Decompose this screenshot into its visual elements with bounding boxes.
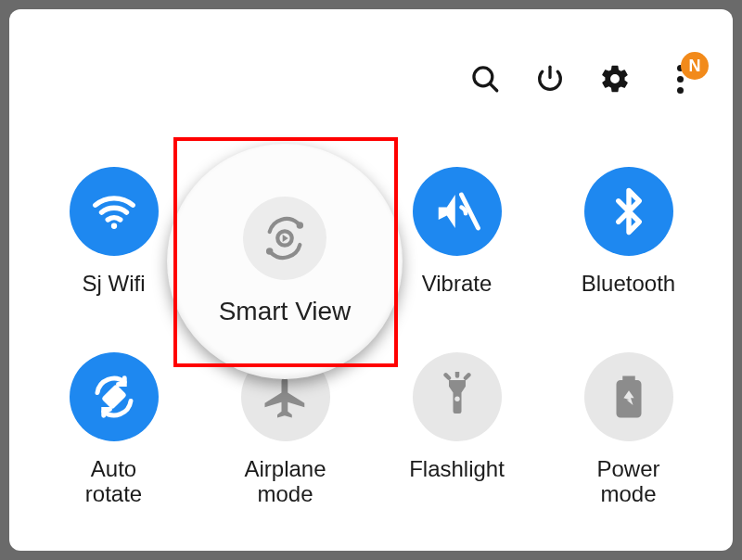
power-icon[interactable] bbox=[534, 63, 566, 95]
zoom-lens-label: Smart View bbox=[219, 297, 352, 326]
quick-settings-panel: N Sj Wifi Smart View Vibrate bbox=[9, 9, 733, 551]
notification-badge: N bbox=[681, 52, 709, 80]
tile-label: Sj Wifi bbox=[83, 271, 146, 297]
svg-rect-3 bbox=[100, 384, 126, 410]
tile-power-mode: Power mode bbox=[543, 352, 714, 507]
tile-label: Airplane mode bbox=[244, 456, 326, 507]
more-menu[interactable]: N bbox=[664, 63, 696, 95]
power-mode-toggle[interactable] bbox=[584, 352, 673, 441]
svg-point-4 bbox=[454, 396, 459, 401]
tile-flashlight: Flashlight bbox=[371, 352, 543, 507]
auto-rotate-toggle[interactable] bbox=[70, 352, 159, 441]
svg-line-1 bbox=[490, 83, 497, 91]
search-icon[interactable] bbox=[469, 63, 501, 95]
svg-point-5 bbox=[297, 222, 303, 228]
bluetooth-toggle[interactable] bbox=[584, 167, 673, 256]
tile-label: Auto rotate bbox=[85, 456, 142, 507]
toolbar: N bbox=[469, 63, 696, 95]
smart-view-icon[interactable] bbox=[243, 197, 326, 280]
tile-bluetooth: Bluetooth bbox=[543, 167, 714, 297]
svg-point-2 bbox=[110, 223, 116, 229]
flashlight-toggle[interactable] bbox=[413, 352, 502, 441]
svg-point-6 bbox=[266, 248, 273, 254]
wifi-toggle[interactable] bbox=[70, 167, 159, 256]
tile-auto-rotate: Auto rotate bbox=[28, 352, 199, 507]
tile-label: Bluetooth bbox=[582, 271, 675, 297]
zoom-lens-smart-view: Smart View bbox=[167, 144, 403, 379]
tile-label: Vibrate bbox=[422, 271, 493, 297]
tile-label: Flashlight bbox=[409, 456, 505, 482]
vibrate-toggle[interactable] bbox=[413, 167, 502, 256]
tile-label: Power mode bbox=[596, 456, 659, 507]
settings-icon[interactable] bbox=[599, 63, 631, 95]
